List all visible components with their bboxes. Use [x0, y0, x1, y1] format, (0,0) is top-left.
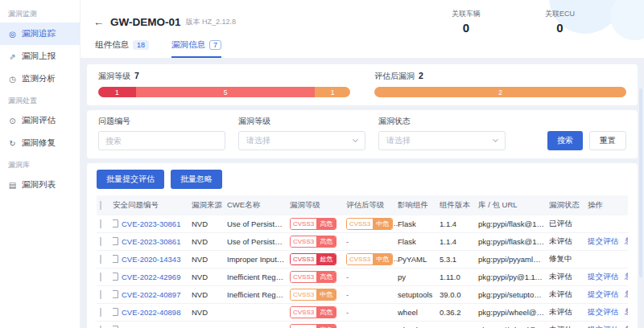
row-action-link[interactable]: 忽略	[625, 272, 628, 282]
version-cell: 1.11.0	[440, 273, 478, 281]
version-cell: 39.0.0	[440, 290, 478, 299]
row-checkbox[interactable]	[100, 290, 101, 299]
table-row: CVE-2022-40898 NVD CVSS3高危 - wheel 0.36.…	[97, 304, 628, 322]
cve-id-link[interactable]: CVE-2023-30861	[122, 237, 180, 246]
assessed-level-cell: -	[346, 290, 398, 299]
sidebar-item-label: 漏洞评估	[22, 115, 56, 126]
row-checkbox[interactable]	[100, 255, 101, 264]
sidebar-item-vuln-list[interactable]: ▤ 漏洞列表	[0, 174, 80, 196]
reset-button[interactable]: 重置	[589, 131, 626, 150]
table-row: CVE-2022-40898 NVD CVSS3高危 - wheel 0.36.…	[97, 322, 628, 328]
sidebar-item-vuln-assess[interactable]: ⊙ 漏洞评估	[0, 109, 80, 132]
cve-id-link[interactable]: CVE-2022-42969	[122, 273, 180, 281]
cve-id-link[interactable]: CVE-2020-14343	[122, 255, 180, 264]
copy-icon[interactable]	[113, 274, 118, 281]
severity-badge: CVSS3超危	[290, 253, 336, 265]
sidebar-item-label: 漏洞列表	[22, 179, 56, 191]
copy-icon[interactable]	[113, 256, 118, 263]
row-action-link[interactable]: 忽略	[625, 236, 628, 247]
copy-icon[interactable]	[113, 221, 118, 228]
row-action-link[interactable]: 提交评估	[588, 325, 618, 328]
back-arrow-icon[interactable]: ←	[93, 16, 104, 28]
package-url-cell: pkg:pypi/flask@1.1.4	[478, 219, 549, 228]
bar-segment: 1	[315, 87, 350, 97]
row-checkbox[interactable]	[100, 308, 101, 317]
bar-segment: 2	[374, 87, 626, 97]
cve-id-link[interactable]: CVE-2023-30861	[122, 219, 180, 228]
row-action-link[interactable]: 提交评估	[588, 272, 618, 282]
page-header: ← GW-DEMO-01 版本 HZ_2.12.8 关联车辆 0 关联ECU 0	[80, 0, 644, 58]
summary-total: 7	[134, 71, 139, 80]
row-checkbox[interactable]	[100, 219, 101, 228]
copy-icon[interactable]	[113, 310, 118, 316]
sidebar-item-monitor-analysis[interactable]: ◷ 监测分析	[0, 68, 80, 90]
source-cell: NVD	[192, 255, 227, 264]
sidebar-section-title: 漏洞监测	[0, 3, 80, 23]
package-url-cell: pkg:pypi/flask@1.1.4	[478, 237, 549, 246]
vuln-status-select[interactable]: 请选择	[378, 131, 506, 150]
select-placeholder: 请选择	[246, 135, 270, 146]
package-url-cell: pkg:pypi/setuptools@3...	[478, 290, 549, 299]
cve-id-link[interactable]: CVE-2022-40898	[122, 308, 180, 317]
actions-cell: 提交评估忽略	[588, 325, 628, 328]
assessed-level-cell: CVSS3中危	[346, 253, 398, 265]
table-body: CVE-2023-30861 NVD Use of Persistent Co.…	[97, 215, 628, 328]
copy-icon[interactable]	[113, 239, 118, 245]
level-cell: CVSS3高危	[290, 324, 346, 328]
tab-vulnerabilities[interactable]: 漏洞信息 7	[171, 39, 221, 58]
status-cell: 已评估	[549, 219, 588, 229]
version-label: 版本 HZ_2.12.8	[185, 17, 236, 27]
row-action-link[interactable]: 提交评估	[588, 236, 618, 247]
cve-id-link[interactable]: CVE-2022-40897	[122, 290, 180, 299]
row-action-link[interactable]: 忽略	[625, 289, 628, 300]
sidebar-item-vuln-tracking[interactable]: ◎ 漏洞追踪	[0, 23, 80, 45]
assessed-level-cell: -	[346, 273, 398, 281]
version-cell: 1.1.4	[440, 237, 478, 246]
search-button[interactable]: 搜索	[547, 131, 583, 150]
vuln-level-label: 漏洞等级7	[98, 71, 350, 82]
row-action-link[interactable]: 提交评估	[588, 289, 618, 300]
status-cell: 未评估	[549, 272, 588, 282]
select-all-checkbox[interactable]	[100, 201, 101, 210]
sidebar-item-vuln-repair[interactable]: ↻ 漏洞修复	[0, 132, 80, 154]
sidebar-item-label: 监测分析	[22, 73, 56, 84]
assessed-level-cell: -	[346, 237, 398, 246]
row-action-link[interactable]: 忽略	[625, 307, 628, 318]
assessed-level-cell: -	[346, 308, 398, 317]
scrollbar-thumb[interactable]	[639, 88, 642, 277]
header-stats: 关联车辆 0 关联ECU 0	[452, 9, 631, 35]
component-cell: wheel	[398, 308, 440, 317]
version-cell: 1.1.4	[440, 219, 478, 228]
row-action-link[interactable]: 提交评估	[588, 307, 618, 318]
main-area: ← GW-DEMO-01 版本 HZ_2.12.8 关联车辆 0 关联ECU 0	[80, 0, 644, 328]
severity-badge: CVSS3高危	[290, 324, 336, 328]
table-row: CVE-2023-30861 NVD Use of Persistent Co.…	[97, 233, 628, 251]
actions-cell: 提交评估忽略	[588, 272, 628, 282]
severity-badge: CVSS3高危	[290, 218, 336, 230]
filter-card: 问题编号 漏洞等级 请选择 漏洞状态 请选择	[87, 110, 638, 158]
summary-total: 2	[419, 71, 423, 80]
sidebar-item-vuln-report[interactable]: ⇗ 漏洞上报	[0, 45, 80, 68]
filter-vuln-status: 漏洞状态 请选择	[378, 116, 506, 150]
copy-icon[interactable]	[113, 292, 118, 298]
row-checkbox[interactable]	[100, 237, 101, 246]
batch-submit-assess-button[interactable]: 批量提交评估	[97, 170, 164, 189]
report-icon: ⇗	[8, 52, 17, 61]
filter-label: 问题编号	[98, 116, 225, 127]
batch-ignore-button[interactable]: 批量忽略	[171, 170, 222, 189]
row-action-link[interactable]: 忽略	[625, 325, 628, 328]
filter-label: 漏洞等级	[238, 116, 365, 127]
tab-components[interactable]: 组件信息 18	[95, 39, 149, 58]
filter-vuln-level: 漏洞等级 请选择	[238, 116, 365, 150]
row-checkbox[interactable]	[100, 273, 101, 281]
severity-badge: CVSS3高危	[290, 271, 336, 283]
source-cell: NVD	[192, 308, 227, 317]
sidebar-item-label: 漏洞追踪	[22, 28, 56, 39]
package-url-cell: pkg:pypi/pyyaml@5.3.1	[478, 255, 549, 264]
level-cell: CVSS3高危	[290, 306, 346, 318]
issue-id-search-input[interactable]	[98, 131, 225, 150]
vuln-level-select[interactable]: 请选择	[238, 131, 365, 150]
sidebar-item-label: 漏洞修复	[22, 137, 56, 149]
severity-badge: CVSS3中危	[346, 253, 393, 265]
filter-label: 漏洞状态	[378, 116, 506, 127]
